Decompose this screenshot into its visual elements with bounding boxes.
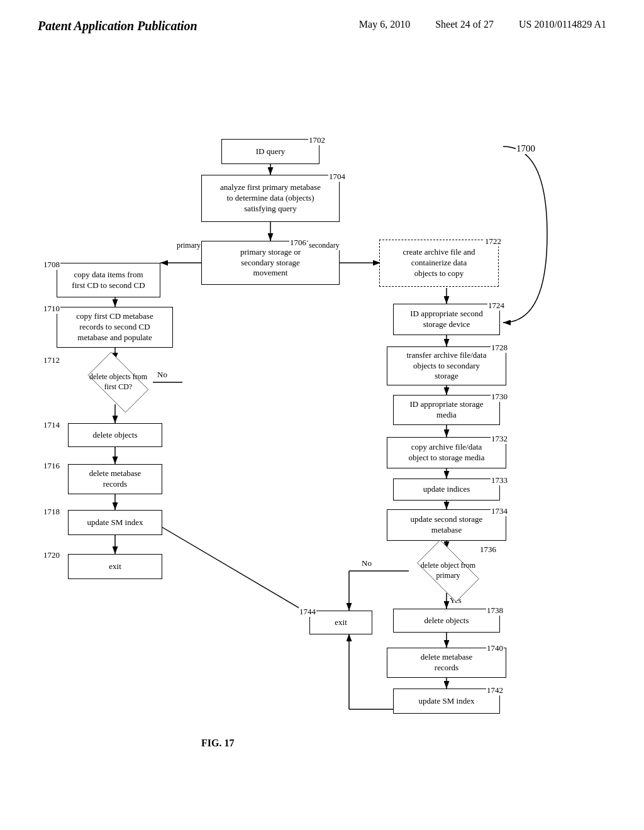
label-1716: 1716 bbox=[43, 461, 60, 471]
label-primary: primary bbox=[176, 241, 201, 250]
flowchart-diagram: No bbox=[0, 46, 644, 788]
page: Patent Application Publication May 6, 20… bbox=[0, 0, 644, 830]
header: Patent Application Publication May 6, 20… bbox=[0, 0, 644, 40]
label-1722: 1722 bbox=[484, 236, 502, 246]
label-secondary: secondary bbox=[308, 241, 340, 250]
node-1714: delete objects bbox=[68, 423, 162, 447]
node-1704: analyze first primary metabase to determ… bbox=[201, 175, 340, 222]
label-1718: 1718 bbox=[43, 507, 60, 517]
svg-line-30 bbox=[151, 521, 324, 622]
sheet-info: Sheet 24 of 27 bbox=[435, 19, 494, 30]
node-1718: update SM index bbox=[68, 510, 162, 535]
label-1728: 1728 bbox=[491, 343, 508, 353]
label-1714: 1714 bbox=[43, 420, 60, 430]
header-info: May 6, 2010 Sheet 24 of 27 US 2010/01148… bbox=[359, 19, 606, 30]
node-1733: update indices bbox=[393, 479, 500, 501]
label-1724: 1724 bbox=[487, 301, 505, 311]
node-1742: update SM index bbox=[393, 689, 500, 714]
arrows-overlay: No bbox=[0, 46, 644, 788]
label-1712: 1712 bbox=[43, 355, 60, 365]
label-1730: 1730 bbox=[491, 392, 508, 402]
node-1736: delete object from primary bbox=[406, 546, 491, 596]
node-1708: copy data items from first CD to second … bbox=[57, 263, 160, 297]
label-1744: 1744 bbox=[299, 607, 316, 617]
label-1708: 1708 bbox=[43, 260, 60, 270]
node-1716: delete metabase records bbox=[68, 464, 162, 494]
node-1702: ID query bbox=[221, 139, 319, 164]
figure-caption: FIG. 17 bbox=[201, 738, 234, 749]
node-1712: delete objects from first CD? bbox=[77, 357, 159, 407]
label-1733: 1733 bbox=[491, 475, 508, 485]
label-1738: 1738 bbox=[486, 606, 504, 616]
publication-title: Patent Application Publication bbox=[38, 19, 197, 33]
node-1720: exit bbox=[68, 554, 162, 579]
node-1734: update second storage metabase bbox=[387, 509, 506, 541]
label-1734: 1734 bbox=[491, 506, 508, 516]
label-1704: 1704 bbox=[328, 172, 346, 182]
label-1740: 1740 bbox=[486, 643, 504, 653]
label-1720: 1720 bbox=[43, 550, 60, 560]
node-1728: transfer archive file/data objects to se… bbox=[387, 346, 506, 385]
node-1730: ID appropriate storage media bbox=[393, 395, 500, 425]
node-1722: create archive file and containerize dat… bbox=[379, 240, 499, 287]
label-1736: 1736 bbox=[479, 545, 497, 555]
patent-number: US 2010/0114829 A1 bbox=[519, 19, 606, 30]
node-1710: copy first CD metabase records to second… bbox=[57, 307, 173, 348]
label-1742: 1742 bbox=[486, 685, 504, 695]
node-1738: delete objects bbox=[393, 609, 500, 633]
label-1700: 1700 bbox=[516, 143, 536, 154]
label-1702: 1702 bbox=[308, 135, 326, 145]
label-1732: 1732 bbox=[491, 434, 508, 444]
node-1732: copy archive file/data object to storage… bbox=[387, 437, 506, 468]
node-1744: exit bbox=[309, 611, 372, 634]
node-1724: ID appropriate second storage device bbox=[393, 304, 500, 335]
publication-date: May 6, 2010 bbox=[359, 19, 410, 30]
label-1710: 1710 bbox=[43, 304, 60, 314]
svg-text:No: No bbox=[362, 558, 372, 568]
label-1706: 1706 bbox=[289, 238, 307, 248]
